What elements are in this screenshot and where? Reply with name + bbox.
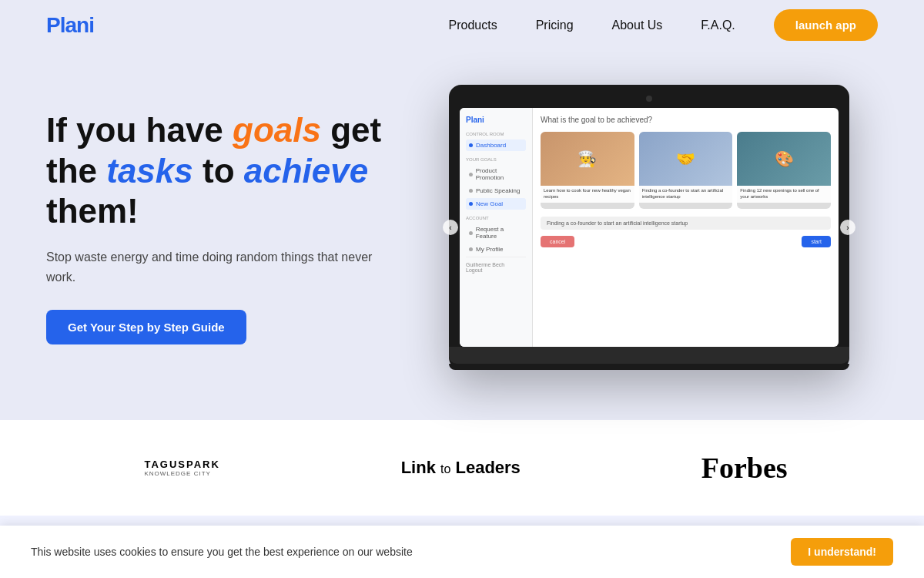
app-question: What is the goal to be achieved?: [541, 116, 831, 124]
sidebar-item-request-feature[interactable]: Request a Feature: [466, 223, 526, 242]
dot-icon: [469, 189, 473, 193]
dot-icon: [469, 143, 473, 147]
nav-links: Products Pricing About Us F.A.Q. launch …: [434, 9, 879, 41]
logos-section: TAGUSPARK KNOWLEDGE CITY Link to Leaders…: [0, 420, 924, 516]
app-cancel-button[interactable]: cancel: [541, 236, 574, 247]
hero-text: If you have goals get the tasks to achie…: [46, 110, 420, 345]
link-text: Link: [401, 458, 440, 477]
logo-taguspark: TAGUSPARK KNOWLEDGE CITY: [136, 459, 219, 477]
dot-icon: [469, 247, 473, 251]
card-art-label: Finding 12 new openings to sell one of y…: [737, 186, 831, 203]
laptop-camera: [646, 96, 652, 102]
sidebar-item-public-speaking[interactable]: Public Speaking: [466, 185, 526, 197]
taguspark-sub: KNOWLEDGE CITY: [144, 470, 219, 477]
dot-icon: [469, 231, 473, 235]
headline-part4: them!: [46, 192, 139, 230]
hero-headline: If you have goals get the tasks to achie…: [46, 110, 397, 232]
app-logo: Plani: [466, 116, 526, 124]
headline-part1: If you have: [46, 111, 233, 149]
app-sidebar: Plani CONTROL ROOM Dashboard YOUR GOALS …: [460, 108, 533, 347]
card-cook-label: Learn how to cook four new healthy vegan…: [541, 186, 634, 203]
sidebar-item-new-goal[interactable]: New Goal: [466, 198, 526, 210]
leaders-text: Leaders: [450, 458, 521, 477]
nav-about[interactable]: About Us: [597, 12, 678, 39]
app-main-content: What is the goal to be achieved? 👨‍🍳 Lea…: [533, 108, 839, 347]
card-cook-image: 👨‍🍳: [541, 132, 634, 186]
dot-icon: [469, 173, 473, 176]
hero-subtext: Stop waste energy and time doing random …: [46, 247, 397, 287]
to-text: to: [440, 462, 450, 476]
logo[interactable]: Plani: [46, 13, 94, 38]
sidebar-section-control: CONTROL ROOM: [466, 132, 526, 136]
hero-cta-button[interactable]: Get Your Step by Step Guide: [46, 310, 246, 344]
app-card-2[interactable]: 🎨 Finding 12 new openings to sell one of…: [737, 132, 831, 209]
logo-forbes: Forbes: [701, 451, 788, 485]
taguspark-text: TAGUSPARK: [144, 459, 219, 470]
app-start-button[interactable]: start: [802, 236, 831, 247]
laptop-screen: Plani CONTROL ROOM Dashboard YOUR GOALS …: [460, 108, 839, 347]
headline-goals: goals: [233, 111, 321, 149]
sidebar-section-account: ACCOUNT: [466, 216, 526, 220]
cookie-message: This website uses cookies to ensure you …: [31, 546, 413, 558]
app-input-field[interactable]: Finding a co-founder to start an artific…: [541, 217, 831, 230]
app-card-0[interactable]: 👨‍🍳 Learn how to cook four new healthy v…: [541, 132, 634, 209]
navbar: Plani Products Pricing About Us F.A.Q. l…: [0, 0, 924, 50]
cookie-accept-button[interactable]: I understand!: [791, 538, 893, 566]
dot-icon: [469, 202, 473, 206]
app-card-1[interactable]: 🤝 Finding a co-founder to start an artif…: [639, 132, 733, 209]
headline-tasks: tasks: [106, 152, 193, 190]
laptop-mockup: Plani CONTROL ROOM Dashboard YOUR GOALS …: [449, 85, 849, 370]
hero-section: If you have goals get the tasks to achie…: [0, 50, 924, 420]
headline-achieve: achieve: [244, 152, 368, 190]
laptop-foot: [449, 364, 849, 370]
laptop-base: [449, 347, 849, 364]
launch-app-button[interactable]: launch app: [774, 9, 878, 41]
hero-visual: Plani CONTROL ROOM Dashboard YOUR GOALS …: [420, 85, 878, 370]
sidebar-item-dashboard[interactable]: Dashboard: [466, 139, 526, 151]
footer-logout[interactable]: Logout: [466, 267, 526, 273]
app-cards-row: 👨‍🍳 Learn how to cook four new healthy v…: [541, 132, 831, 209]
card-art-image: 🎨: [737, 132, 831, 186]
nav-products[interactable]: Products: [434, 12, 513, 39]
card-meeting-label: Finding a co-founder to start an artific…: [639, 186, 733, 203]
nav-faq[interactable]: F.A.Q.: [685, 12, 750, 39]
footer-user: Guilherme Bech: [466, 262, 526, 267]
nav-pricing[interactable]: Pricing: [521, 12, 589, 39]
headline-part3: to: [193, 152, 244, 190]
app-buttons-row: cancel start: [541, 236, 831, 247]
sidebar-item-my-profile[interactable]: My Profile: [466, 244, 526, 255]
cookie-banner: This website uses cookies to ensure you …: [0, 526, 924, 578]
sidebar-item-product-promotion[interactable]: Product Promotion: [466, 165, 526, 183]
card-meeting-image: 🤝: [639, 132, 733, 186]
logo-link2leaders: Link to Leaders: [401, 458, 521, 478]
app-footer: Guilherme Bech Logout: [466, 257, 526, 273]
sidebar-section-goals: YOUR GOALS: [466, 157, 526, 162]
